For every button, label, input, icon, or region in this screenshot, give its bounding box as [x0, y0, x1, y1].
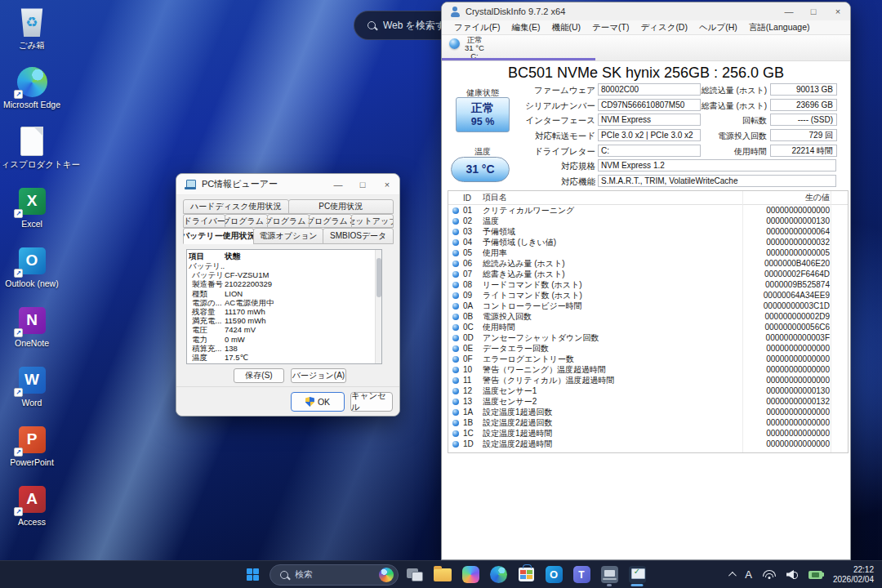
list-item[interactable]: バッテリ...CF-VZSU1M 210222003... — [189, 362, 374, 364]
smart-row: 0B電源投入回数000000000002D9 — [448, 311, 848, 322]
listbox-scrollbar[interactable] — [375, 250, 381, 363]
smart-raw-value: 00000000000000 — [743, 206, 830, 215]
desktop-icon-edge[interactable]: ↗Microsoft Edge — [0, 63, 64, 122]
desktop-icon-onenote[interactable]: N↗OneNote — [0, 301, 64, 361]
desktop-icon-recycle[interactable]: ♻ごみ箱 — [0, 3, 64, 63]
tab-SMBIOSデータ[interactable]: SMBIOSデータ — [323, 228, 394, 244]
start-button[interactable] — [240, 564, 265, 586]
save-button[interactable]: 保存(S) — [234, 368, 284, 383]
drive-tab[interactable]: 正常 31 °C C: — [465, 36, 484, 60]
tab-セットアップ[interactable]: セットアップ — [351, 214, 394, 228]
pcv-tabs-row1: ハードディスク使用状況PC使用状況 — [183, 199, 393, 214]
smart-id: 13 — [463, 397, 483, 406]
list-item[interactable]: 製造番号21022200329 — [189, 279, 374, 288]
list-item-name: 温度 — [189, 353, 225, 362]
tab-プログラム 3[interactable]: プログラム 3 — [309, 214, 351, 228]
smart-name: 温度センサー1 — [483, 385, 743, 397]
wifi-icon[interactable] — [763, 570, 776, 579]
minimize-icon[interactable]: — — [326, 180, 350, 189]
status-good-dot-icon — [452, 324, 459, 331]
cdi-menu-1[interactable]: 編集(E) — [506, 22, 546, 33]
task-view-button[interactable] — [403, 563, 426, 587]
teams-button[interactable]: T — [570, 563, 593, 587]
taskbar-clock[interactable]: 22:12 2026/02/04 — [833, 565, 874, 585]
list-item[interactable]: 電源の...AC電源使用中 — [189, 298, 374, 307]
smart-row: 0C使用時間000000000056C6 — [448, 322, 848, 332]
list-item[interactable]: 積算充...138 — [189, 344, 374, 353]
smart-header-row: ID 項目名 生の値 — [448, 191, 848, 205]
pcv-bottom-bar: OK キャンセル — [176, 386, 399, 416]
scrollbar-thumb[interactable] — [376, 258, 381, 297]
tab-電源オプション[interactable]: 電源オプション — [253, 228, 324, 244]
cancel-button[interactable]: キャンセル — [350, 392, 393, 412]
smart-raw-value: 0000009B525874 — [743, 280, 830, 289]
cdi-menu-4[interactable]: ディスク(D) — [635, 22, 693, 33]
desktop-icon-excel[interactable]: X↗Excel — [0, 182, 64, 242]
desktop-icon-ppt[interactable]: P↗PowerPoint — [0, 421, 64, 480]
list-header-status: 状態 — [225, 252, 374, 261]
status-good-dot-icon — [452, 441, 459, 448]
file-explorer-button[interactable] — [431, 563, 454, 587]
tab-ハードディスク使用状況[interactable]: ハードディスク使用状況 — [183, 199, 289, 214]
tray-chevron-up-icon[interactable] — [728, 572, 737, 580]
tab-プログラム 2[interactable]: プログラム 2 — [267, 214, 310, 228]
tab-バッテリー使用状況[interactable]: バッテリー使用状況 — [183, 228, 254, 244]
close-icon[interactable]: × — [375, 180, 399, 189]
smart-name: 設定温度2超過時間 — [483, 439, 743, 450]
desktop-icon-outlook[interactable]: O↗Outlook (new) — [0, 242, 64, 301]
cdi-menu-5[interactable]: ヘルプ(H) — [693, 22, 743, 33]
list-item[interactable]: 種類LION — [189, 289, 374, 298]
list-item[interactable]: バッテリ... — [189, 261, 374, 270]
list-item[interactable]: 満充電...11590 mWh — [189, 316, 374, 325]
status-good-dot-icon — [452, 229, 459, 235]
smart-raw-value: 00000000000000 — [743, 418, 830, 427]
list-item[interactable]: 温度17.5℃ — [189, 353, 374, 362]
list-item[interactable]: バッテリ...CF-VZSU1M — [189, 270, 374, 279]
field-value: 729 回 — [770, 129, 837, 141]
desktop-icon-access[interactable]: A↗Access — [0, 480, 64, 540]
list-item-name: バッテリ... — [189, 261, 225, 270]
smart-name: 電源投入回数 — [483, 311, 743, 323]
list-item[interactable]: 電圧7424 mV — [189, 325, 374, 334]
store-button[interactable] — [514, 563, 537, 587]
tab-ドライバー[interactable]: ドライバー — [183, 214, 225, 228]
ime-indicator[interactable]: A — [745, 568, 752, 581]
edge-button[interactable] — [487, 563, 510, 587]
taskbar-search-label: 検索 — [295, 568, 372, 581]
pcv-titlebar[interactable]: PC情報ビューアー — □ × — [176, 174, 399, 195]
copilot-button[interactable] — [459, 563, 482, 587]
maximize-icon[interactable]: □ — [801, 7, 826, 16]
tab-プログラム 1[interactable]: プログラム 1 — [225, 214, 267, 228]
list-item[interactable]: 残容量11170 mWh — [189, 307, 374, 316]
taskbar-search-box[interactable]: 検索 — [270, 564, 399, 586]
outlook-button[interactable]: O — [542, 563, 565, 587]
list-item-name: 積算充... — [189, 344, 225, 353]
minimize-icon[interactable]: — — [777, 7, 801, 16]
close-icon[interactable]: × — [826, 7, 850, 16]
cdi-menu-6[interactable]: 言語(Language) — [743, 22, 816, 33]
smart-id: 12 — [463, 386, 483, 395]
pc-viewer-taskbar-button[interactable] — [626, 563, 648, 587]
desktop-icon-doc[interactable]: オフィスプロダクトキー — [0, 122, 64, 182]
cdi-menu-3[interactable]: テーマ(T) — [586, 22, 635, 33]
word-icon: W↗ — [16, 363, 48, 396]
ok-button[interactable]: OK — [291, 392, 345, 412]
desktop-icon-word[interactable]: W↗Word — [0, 361, 64, 421]
maximize-icon[interactable]: □ — [350, 180, 375, 189]
smart-row: 0Eデータエラー回数00000000000000 — [448, 343, 848, 354]
crystaldiskinfo-taskbar-button[interactable] — [598, 563, 621, 587]
field-row: 総書込量 (ホスト)23696 GB — [442, 99, 849, 114]
version-button[interactable]: バージョン(A) — [291, 368, 346, 383]
cdi-menu-2[interactable]: 機能(U) — [546, 22, 586, 33]
bing-icon — [379, 568, 394, 582]
list-item-value: CF-VZSU1M 210222003... — [225, 362, 374, 364]
tab-PC使用状況[interactable]: PC使用状況 — [288, 199, 394, 214]
cdi-titlebar[interactable]: CrystalDiskInfo 9.7.2 x64 — □ × — [442, 2, 850, 20]
battery-icon[interactable] — [808, 571, 822, 579]
smart-raw-value: 00000000000000 — [743, 365, 830, 374]
field-label: 総読込量 (ホスト) — [687, 85, 767, 96]
cdi-menu-0[interactable]: ファイル(F) — [448, 22, 506, 33]
speaker-icon[interactable] — [786, 570, 798, 579]
clock-time: 22:12 — [833, 565, 874, 575]
list-item[interactable]: 電力0 mW — [189, 335, 374, 344]
